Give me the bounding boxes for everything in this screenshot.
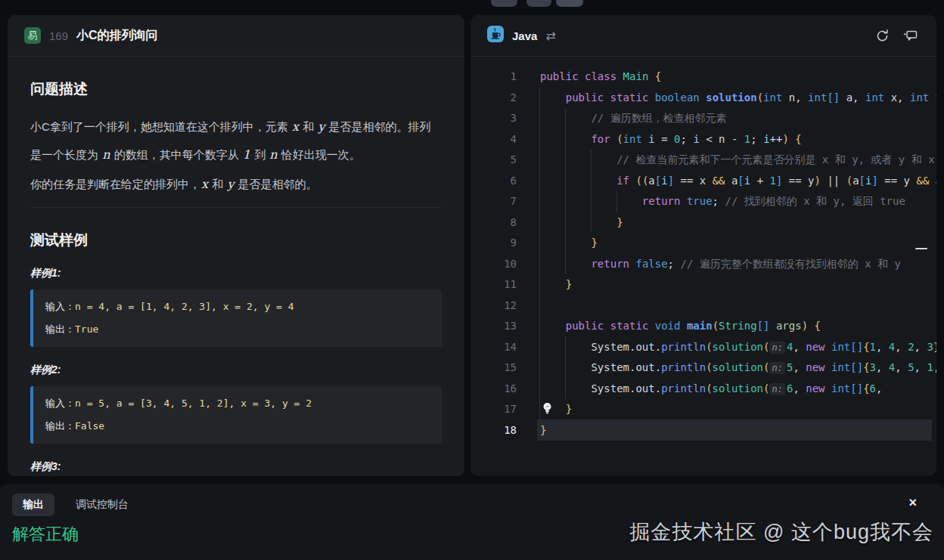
code-token-gd: ) (782, 133, 788, 145)
code-token-gd: { (863, 341, 869, 353)
line-number[interactable]: 8 (470, 212, 517, 234)
code-token-gd: ( (706, 382, 712, 394)
line-number[interactable]: 16 (470, 379, 517, 400)
code-token-pl: == y (782, 175, 814, 187)
code-token-num: 1 (744, 133, 750, 145)
cropped-toolbar-button[interactable] (556, 0, 583, 7)
problem-body: 问题描述 小C拿到了一个排列，她想知道在这个排列中，元素 x 和 y 是否是相邻… (8, 79, 464, 474)
line-number[interactable]: 10 (470, 254, 517, 275)
line-number[interactable]: 7 (470, 191, 517, 212)
code-token-pl: == x (674, 175, 713, 187)
line-number[interactable]: 18 (470, 420, 517, 441)
paragraph-text: 小C拿到了一个排列，她想知道在这个排列中，元素 (30, 120, 291, 133)
code-token-mth: println (661, 341, 706, 353)
reset-code-icon[interactable] (872, 26, 892, 45)
code-token-pl: , (933, 361, 936, 373)
code-token-num: 6 (870, 382, 876, 394)
lightbulb-code-action-icon[interactable] (542, 402, 552, 417)
paragraph-text: 恰好出现一次。 (278, 148, 361, 161)
code-token-gd: ( (713, 320, 719, 332)
cropped-toolbar-button[interactable] (491, 0, 517, 7)
code-token-gd: } (933, 341, 936, 353)
code-line[interactable]: return false; // 遍历完整个数组都没有找到相邻的 x 和 y (540, 254, 936, 275)
code-line[interactable]: System.out.println(solution(n:6, new int… (540, 379, 936, 400)
code-token-bb: [] (757, 320, 770, 332)
code-token-vr: i (763, 133, 769, 145)
line-number[interactable]: 4 (470, 129, 517, 150)
code-line[interactable]: if ((a[i] == x && a[i + 1] == y) || (a[i… (540, 171, 936, 192)
code-token-pl: , (914, 361, 927, 373)
code-token-kw: new (806, 361, 824, 373)
line-number[interactable]: 17 (470, 399, 517, 420)
line-number[interactable]: 1 (470, 67, 517, 88)
code-token-bb: [ (655, 175, 661, 187)
code-content[interactable]: public class Main { public static boolea… (540, 67, 936, 441)
code-token-pl: y (929, 91, 936, 104)
code-token-num: 1 (927, 361, 933, 373)
line-number[interactable]: 5 (470, 150, 517, 171)
code-line[interactable]: } (540, 212, 936, 234)
scroll-indicator-dash (915, 248, 927, 249)
line-number[interactable]: 14 (470, 337, 517, 358)
code-token-kw: class (585, 70, 616, 82)
code-line[interactable]: for (int i = 0; i < n - 1; i++) { (540, 129, 936, 150)
code-line[interactable]: // 检查当前元素和下一个元素是否分别是 x 和 y, 或者 y 和 x (540, 150, 936, 171)
math-variable: n (101, 147, 110, 162)
line-number[interactable]: 13 (470, 316, 517, 337)
code-token-gd: } (616, 216, 623, 228)
code-token-kw: for (591, 133, 610, 145)
math-variable: y (226, 177, 234, 191)
code-token-ty: int (808, 91, 827, 104)
code-token-pl: ; (668, 258, 681, 270)
code-token-pl (540, 133, 591, 145)
code-token-pl: , (793, 341, 806, 353)
code-line[interactable]: public static boolean solution(int n, in… (540, 88, 936, 109)
cropped-toolbar-button[interactable] (526, 0, 551, 7)
problem-paragraph: 你的任务是判断在给定的排列中，x 和 y 是否是相邻的。 (30, 170, 442, 198)
code-line[interactable] (540, 295, 936, 317)
code-token-pl: , (876, 341, 889, 353)
sample-row: 输入：n = 5, a = [3, 4, 5, 1, 2], x = 3, y … (45, 392, 430, 415)
code-token-pl: a (725, 175, 738, 187)
feedback-comment-icon[interactable] (900, 26, 920, 45)
editor-header: Java ⇄ (470, 15, 936, 57)
code-editor[interactable]: 123456789101112131415161718 public class… (470, 57, 936, 475)
tab-output[interactable]: 输出 (12, 493, 54, 516)
code-token-pl: < n - (700, 133, 744, 145)
line-number[interactable]: 15 (470, 357, 517, 379)
problem-panel: 易 169 小C的排列询问 问题描述 小C拿到了一个排列，她想知道在这个排列中，… (8, 15, 464, 476)
code-line[interactable]: } (540, 233, 936, 254)
code-token-pl (648, 91, 654, 104)
code-line[interactable]: return true; // 找到相邻的 x 和 y, 返回 true (540, 191, 936, 212)
line-number[interactable]: 11 (470, 274, 517, 295)
line-number[interactable]: 9 (470, 233, 517, 254)
line-number[interactable]: 2 (470, 88, 517, 109)
code-line[interactable]: System.out.println(solution(n:5, new int… (540, 357, 936, 379)
code-token-pl: ; (681, 133, 694, 145)
swap-language-icon[interactable]: ⇄ (545, 29, 555, 43)
line-number[interactable]: 3 (470, 108, 517, 129)
language-selector[interactable]: Java (512, 29, 537, 42)
line-number[interactable]: 6 (470, 171, 517, 192)
code-line[interactable]: System.out.println(solution(n:4, new int… (540, 337, 936, 358)
code-token-mth: println (661, 382, 706, 394)
code-token-pl: x, (884, 91, 910, 104)
code-token-bb: ] (871, 175, 877, 187)
code-token-pl (825, 361, 831, 373)
code-token-pl (540, 278, 566, 290)
close-console-icon[interactable]: × (908, 496, 917, 509)
code-line[interactable]: public class Main { (540, 67, 936, 88)
code-token-pl (680, 320, 686, 332)
code-line[interactable]: public static void main(String[] args) { (540, 316, 936, 337)
tab-debug-console[interactable]: 调试控制台 (65, 493, 139, 516)
code-line[interactable]: // 遍历数组，检查相邻元素 (540, 108, 936, 129)
line-number[interactable]: 12 (470, 295, 517, 317)
code-line[interactable]: } (540, 420, 936, 441)
line-number-gutter[interactable]: 123456789101112131415161718 (470, 67, 517, 441)
code-token-gd: { (795, 133, 801, 145)
code-line[interactable]: } (540, 399, 936, 420)
code-token-hint: n: (769, 383, 784, 395)
code-token-kw: return (642, 195, 681, 207)
code-token-pl (540, 153, 616, 166)
code-line[interactable]: } (540, 274, 936, 295)
